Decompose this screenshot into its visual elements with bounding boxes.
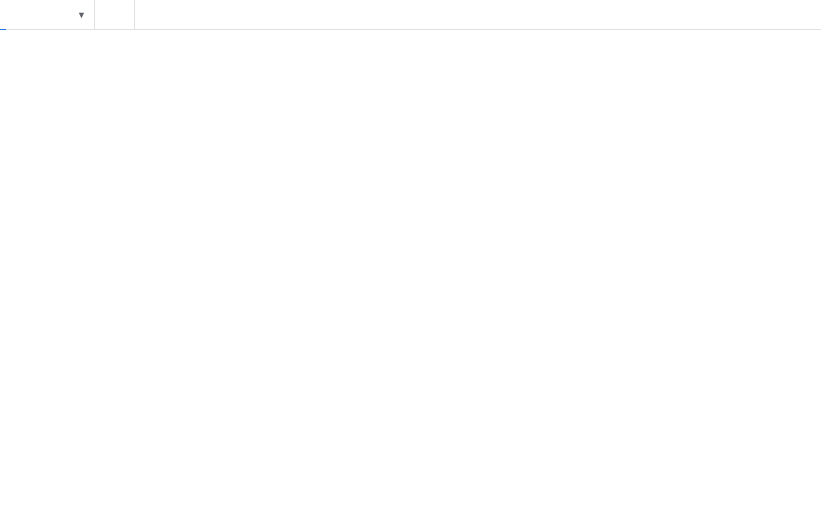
formula-bar: ▼ [0, 0, 821, 30]
name-box-dropdown-icon[interactable]: ▼ [77, 10, 86, 20]
formula-input[interactable] [135, 0, 821, 29]
name-box[interactable]: ▼ [0, 0, 95, 29]
fx-label [95, 0, 135, 29]
